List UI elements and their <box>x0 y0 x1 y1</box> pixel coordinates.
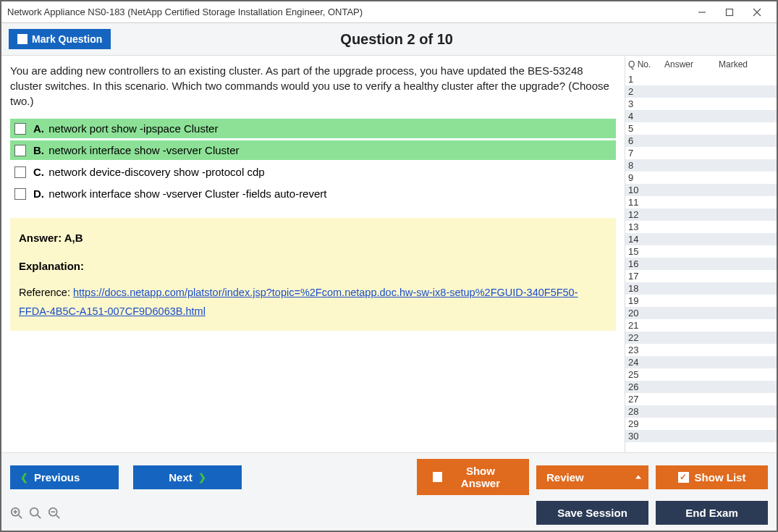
question-list-row[interactable]: 7 <box>625 147 777 159</box>
question-number: 8 <box>628 160 664 171</box>
show-list-button[interactable]: ✓ Show List <box>656 465 768 489</box>
question-list-row[interactable]: 27 <box>625 393 777 405</box>
question-counter: Question 2 of 10 <box>111 31 769 48</box>
question-list-row[interactable]: 19 <box>625 295 777 307</box>
question-number: 7 <box>628 148 664 159</box>
footer: ❮ Previous Next ❯ Show Answer Review ✓ S… <box>1 452 777 531</box>
show-answer-button[interactable]: Show Answer <box>417 459 529 495</box>
question-list-row[interactable]: 6 <box>625 135 777 147</box>
question-number: 4 <box>628 111 664 122</box>
question-list[interactable]: 1234567891011121314151617181920212223242… <box>625 73 777 452</box>
option-checkbox[interactable] <box>14 123 26 135</box>
option-checkbox[interactable] <box>14 188 26 200</box>
question-list-row[interactable]: 18 <box>625 282 777 295</box>
question-list-row[interactable]: 23 <box>625 344 777 356</box>
review-button[interactable]: Review <box>536 465 648 489</box>
previous-button[interactable]: ❮ Previous <box>10 465 119 489</box>
question-number: 6 <box>628 135 664 146</box>
question-list-row[interactable]: 16 <box>625 258 777 270</box>
question-list-row[interactable]: 21 <box>625 319 777 332</box>
check-icon: ✓ <box>678 472 689 483</box>
question-list-row[interactable]: 5 <box>625 122 777 135</box>
question-number: 15 <box>628 246 664 257</box>
question-number: 26 <box>628 381 664 392</box>
title-bar: Network Appliance NS0-183 (NetApp Certif… <box>1 1 777 23</box>
chevron-left-icon: ❮ <box>20 472 28 483</box>
checkbox-icon <box>433 472 442 482</box>
question-number: 29 <box>628 418 664 429</box>
show-list-label: Show List <box>695 471 746 484</box>
question-list-row[interactable]: 25 <box>625 368 777 381</box>
question-list-row[interactable]: 8 <box>625 159 777 172</box>
question-list-row[interactable]: 13 <box>625 221 777 233</box>
option-letter: A. <box>33 122 44 135</box>
previous-label: Previous <box>34 471 80 484</box>
question-number: 14 <box>628 234 664 245</box>
question-list-row[interactable]: 10 <box>625 184 777 196</box>
mark-question-button[interactable]: Mark Question <box>9 29 111 49</box>
option-text: C. network device-discovery show -protoc… <box>33 166 265 178</box>
question-list-row[interactable]: 28 <box>625 405 777 418</box>
zoom-in-icon[interactable] <box>10 507 23 520</box>
question-list-row[interactable]: 17 <box>625 270 777 282</box>
checkbox-icon <box>17 34 28 44</box>
option-row[interactable]: B. network interface show -vserver Clust… <box>10 140 616 160</box>
question-list-row[interactable]: 3 <box>625 98 777 110</box>
question-list-row[interactable]: 1 <box>625 73 777 85</box>
zoom-out-icon[interactable] <box>48 507 61 520</box>
option-row[interactable]: C. network device-discovery show -protoc… <box>10 162 616 182</box>
maximize-button[interactable] <box>716 3 743 22</box>
question-number: 22 <box>628 332 664 343</box>
question-list-row[interactable]: 2 <box>625 85 777 98</box>
question-list-row[interactable]: 22 <box>625 332 777 344</box>
question-list-row[interactable]: 30 <box>625 430 777 442</box>
option-checkbox[interactable] <box>14 166 26 178</box>
question-pane: You are adding new controllers to an exi… <box>1 56 625 452</box>
question-list-row[interactable]: 26 <box>625 381 777 393</box>
svg-line-5 <box>19 515 22 518</box>
option-letter: B. <box>33 144 44 156</box>
minimize-button[interactable] <box>688 3 716 22</box>
svg-rect-1 <box>727 9 733 15</box>
question-number: 10 <box>628 185 664 195</box>
end-exam-button[interactable]: End Exam <box>656 501 768 525</box>
question-number: 16 <box>628 258 664 269</box>
question-list-row[interactable]: 29 <box>625 418 777 430</box>
option-row[interactable]: D. network interface show -vserver Clust… <box>10 184 616 203</box>
options-list: A. network port show -ipspace ClusterB. … <box>10 119 616 203</box>
show-answer-label: Show Answer <box>448 465 513 489</box>
option-text: D. network interface show -vserver Clust… <box>33 187 326 200</box>
question-number: 28 <box>628 406 664 417</box>
explanation-label: Explanation: <box>19 256 607 276</box>
answer-box: Answer: A,B Explanation: Reference: http… <box>10 218 616 331</box>
answer-line: Answer: A,B <box>19 228 607 248</box>
option-text: A. network port show -ipspace Cluster <box>33 122 218 135</box>
question-text: You are adding new controllers to an exi… <box>10 63 616 109</box>
reference-prefix: Reference: <box>19 287 73 298</box>
save-session-button[interactable]: Save Session <box>536 501 648 525</box>
question-list-header: Q No. Answer Marked <box>625 56 777 73</box>
header-marked: Marked <box>719 59 774 69</box>
question-list-row[interactable]: 14 <box>625 233 777 245</box>
question-list-row[interactable]: 20 <box>625 307 777 319</box>
option-letter: D. <box>33 187 44 200</box>
question-list-row[interactable]: 11 <box>625 196 777 208</box>
zoom-reset-icon[interactable] <box>29 507 42 520</box>
reference-line: Reference: https://docs.netapp.com/plats… <box>19 283 607 321</box>
chevron-right-icon: ❯ <box>198 472 206 483</box>
option-row[interactable]: A. network port show -ipspace Cluster <box>10 119 616 138</box>
question-number: 18 <box>628 283 664 294</box>
question-number: 27 <box>628 394 664 405</box>
question-list-row[interactable]: 12 <box>625 208 777 221</box>
option-body: network device-discovery show -protocol … <box>46 166 265 178</box>
reference-link[interactable]: https://docs.netapp.com/platstor/index.j… <box>19 287 578 317</box>
next-button[interactable]: Next ❯ <box>133 465 242 489</box>
question-list-row[interactable]: 24 <box>625 356 777 368</box>
option-checkbox[interactable] <box>14 145 26 156</box>
close-button[interactable] <box>743 3 771 22</box>
question-list-row[interactable]: 9 <box>625 172 777 184</box>
question-list-row[interactable]: 15 <box>625 245 777 258</box>
question-list-row[interactable]: 4 <box>625 110 777 122</box>
review-label: Review <box>546 471 584 484</box>
question-number: 30 <box>628 431 664 442</box>
